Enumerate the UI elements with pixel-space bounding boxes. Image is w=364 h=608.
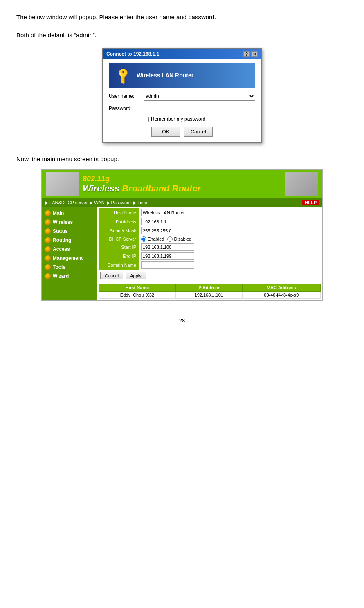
nav-arrow-icon4: ▶ [133, 200, 136, 205]
password-input[interactable] [144, 104, 255, 113]
host-name-value-cell [139, 208, 321, 217]
dhcp-disabled-radio[interactable] [167, 236, 173, 242]
nav-item-lan[interactable]: ▶ LAN&DHCP server [45, 200, 88, 205]
col-mac-address: MAC Address [242, 284, 320, 292]
router-logo: 802.11g Wireless Broadband Router [83, 175, 201, 194]
nav-wan-label: WAN [94, 200, 104, 205]
now-text: Now, the main menu screen is popup. [16, 155, 348, 162]
connect-dialog: Connect to 192.168.1.1 ? ✕ 🔑 Wireless LA… [102, 48, 262, 143]
sidebar-bullet-wizard [45, 273, 51, 279]
dhcp-disabled-label: Disabled [167, 236, 191, 242]
remember-row: Remember my password [144, 116, 255, 122]
start-ip-value-cell [139, 243, 321, 252]
end-ip-label: End IP [99, 252, 139, 261]
domain-name-row: Domain Name [99, 261, 321, 270]
sidebar-bullet-wireless [45, 219, 51, 225]
nav-lan-label: LAN&DHCP server [49, 200, 88, 205]
col-host-name: Host Name [99, 284, 176, 292]
dialog-buttons: OK Cancel [109, 127, 255, 137]
sidebar-item-wireless[interactable]: Wireless [42, 218, 97, 227]
dhcp-enabled-label: Enabled [141, 236, 164, 242]
dialog-help-btn[interactable]: ? [243, 51, 250, 57]
action-buttons: Cancel Apply [99, 270, 321, 282]
nav-item-wan[interactable]: ▶ WAN [90, 200, 104, 205]
sidebar-bullet-routing [45, 237, 51, 243]
start-ip-input[interactable] [141, 243, 194, 251]
cell-host: Eddy_Chou_X32 [99, 292, 176, 299]
username-label: User name: [109, 93, 144, 99]
router-screenshot: 802.11g Wireless Broadband Router ▶ LAN&… [41, 169, 323, 301]
sidebar-item-main[interactable]: Main [42, 209, 97, 218]
sidebar-label-access: Access [53, 246, 70, 252]
dialog-banner: 🔑 Wireless LAN Router [109, 63, 255, 88]
ok-button[interactable]: OK [151, 127, 180, 137]
form-table: Host Name IP Address Subnet Mask [99, 208, 321, 270]
subnet-mask-value-cell [139, 226, 321, 235]
intro-line1: The below window will popup. Please ente… [16, 12, 348, 22]
dialog-wrapper: Connect to 192.168.1.1 ? ✕ 🔑 Wireless LA… [16, 48, 348, 143]
cancel-button[interactable]: Cancel [184, 127, 213, 137]
sidebar-label-wireless: Wireless [53, 219, 73, 225]
key-icon: 🔑 [113, 65, 133, 85]
host-name-row: Host Name [99, 208, 321, 217]
sidebar-label-wizard: Wizard [53, 273, 69, 279]
end-ip-input[interactable] [141, 252, 194, 260]
nav-item-password[interactable]: ▶ Password [107, 200, 131, 205]
sidebar-item-access[interactable]: Access [42, 245, 97, 254]
cell-ip: 192.168.1.101 [175, 292, 242, 299]
password-row: Password: [109, 104, 255, 113]
cell-mac: 00-40-f4-f8-4c-a9 [242, 292, 320, 299]
sidebar-item-wizard[interactable]: Wizard [42, 272, 97, 281]
nav-item-time[interactable]: ▶ Time [133, 200, 147, 205]
end-ip-value-cell [139, 252, 321, 261]
dhcp-server-value-cell: Enabled Disabled [139, 235, 321, 243]
remember-label: Remember my password [151, 116, 205, 122]
dhcp-enabled-text: Enabled [148, 236, 164, 241]
intro-line2: Both of the default is “admin”. [16, 30, 348, 40]
table-row: Eddy_Chou_X32192.168.1.10100-40-f4-f8-4c… [99, 292, 321, 299]
sidebar-item-routing[interactable]: Routing [42, 236, 97, 245]
router-main: Main Wireless Status Routing Access Mana… [42, 207, 322, 300]
subnet-mask-input[interactable] [141, 227, 194, 234]
dhcp-server-label: DHCP Server [99, 235, 139, 243]
dialog-title: Connect to 192.168.1.1 [106, 51, 159, 57]
ip-address-label: IP Address [99, 217, 139, 226]
nav-arrow-icon: ▶ [45, 200, 48, 205]
logo-802: 802.11g [83, 175, 110, 183]
sidebar-item-management[interactable]: Management [42, 254, 97, 263]
dialog-titlebar-buttons: ? ✕ [243, 51, 258, 57]
router-nav: ▶ LAN&DHCP server ▶ WAN ▶ Password ▶ Tim… [42, 198, 322, 207]
nav-time-label: Time [137, 200, 147, 205]
remember-checkbox[interactable] [144, 117, 149, 122]
dialog-close-btn[interactable]: ✕ [251, 51, 258, 57]
dhcp-enabled-radio[interactable] [141, 236, 146, 242]
sidebar-item-tools[interactable]: Tools [42, 263, 97, 272]
domain-name-input[interactable] [141, 261, 194, 269]
apply-button[interactable]: Apply [126, 272, 146, 279]
subnet-mask-label: Subnet Mask [99, 226, 139, 235]
sidebar-item-status[interactable]: Status [42, 227, 97, 236]
dhcp-disabled-text: Disabled [174, 236, 191, 241]
start-ip-row: Start IP [99, 243, 321, 252]
end-ip-row: End IP [99, 252, 321, 261]
dialog-body: 🔑 Wireless LAN Router User name: admin P… [103, 59, 261, 142]
sidebar-label-status: Status [53, 228, 68, 234]
sidebar-label-routing: Routing [53, 237, 71, 243]
username-select[interactable]: admin [144, 92, 255, 101]
start-ip-label: Start IP [99, 243, 139, 252]
nav-arrow-icon3: ▶ [107, 200, 110, 205]
host-name-label: Host Name [99, 208, 139, 217]
dhcp-clients-table: Host Name IP Address MAC Address Eddy_Ch… [99, 284, 321, 299]
nav-arrow-icon2: ▶ [90, 200, 93, 205]
sidebar-bullet-status [45, 228, 51, 234]
sidebar-bullet-management [45, 255, 51, 261]
help-button[interactable]: HELP [302, 200, 319, 205]
col-ip-address: IP Address [175, 284, 242, 292]
sidebar-label-main: Main [53, 210, 64, 216]
ip-address-input[interactable] [141, 218, 194, 225]
sidebar-label-management: Management [53, 255, 83, 261]
domain-name-label: Domain Name [99, 261, 139, 270]
sidebar-bullet-access [45, 246, 51, 252]
host-name-input[interactable] [141, 209, 194, 216]
cancel-form-button[interactable]: Cancel [100, 272, 123, 279]
